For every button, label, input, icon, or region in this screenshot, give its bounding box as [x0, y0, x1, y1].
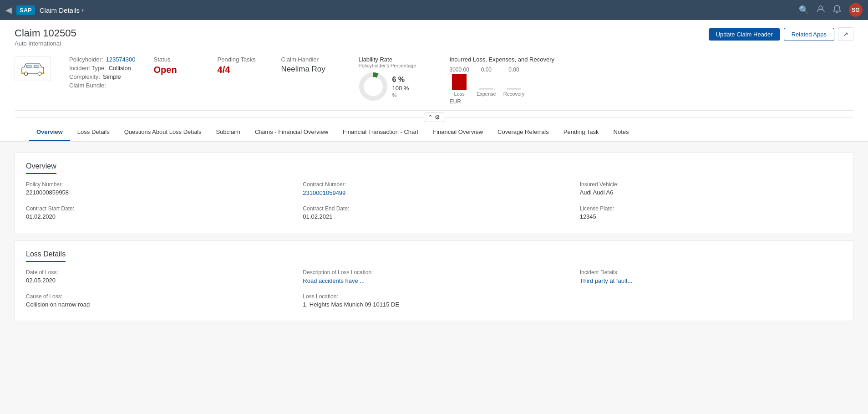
complexity-label: Complexity:	[69, 73, 100, 80]
overview-section-title: Overview	[26, 162, 56, 174]
field-label: Insured Vehicle:	[580, 181, 842, 188]
loss-details-section: Loss Details Date of Loss:02.05.2020Desc…	[15, 240, 853, 321]
search-icon[interactable]: 🔍	[799, 5, 809, 15]
collapse-up-icon: ⌃	[428, 114, 433, 121]
expense-label: Expense	[477, 91, 496, 97]
field-label: Cause of Loss:	[26, 293, 288, 300]
field-value: 1, Heights Mas Munich 09 10115 DE	[303, 301, 565, 308]
policyholder-label: Policyholder:	[69, 56, 103, 63]
user-settings-icon[interactable]	[816, 5, 825, 16]
status-block: Status Open	[154, 56, 199, 75]
liability-total: 100 %	[392, 85, 409, 92]
svg-rect-6	[27, 65, 32, 67]
header-actions: Update Claim Header Related Apps ↗	[709, 27, 853, 41]
pending-tasks-value: 4/4	[218, 65, 263, 75]
claim-title-block: Claim 102505 Auto International	[15, 27, 76, 47]
recovery-value: 0.00	[508, 66, 519, 73]
notifications-icon[interactable]	[832, 5, 842, 16]
tab-claims-financial[interactable]: Claims - Financial Overview	[248, 124, 335, 141]
liability-percentage: 6 %	[392, 76, 409, 84]
field-block: Loss Location:1, Heights Mas Munich 09 1…	[303, 293, 565, 308]
tab-coverage-referrals[interactable]: Coverage Referrals	[490, 124, 556, 141]
bundle-label: Claim Bundle:	[69, 82, 106, 89]
tab-financial-transaction-chart[interactable]: Financial Transaction - Chart	[335, 124, 426, 141]
field-block: Date of Loss:02.05.2020	[26, 269, 288, 284]
topnav-actions: 🔍 SG	[799, 3, 863, 17]
field-value: 2210000859958	[26, 189, 288, 196]
field-value: 12345	[580, 213, 842, 220]
field-label: Date of Loss:	[26, 269, 288, 276]
incident-value: Collision	[109, 65, 131, 72]
field-label: Loss Location:	[303, 293, 565, 300]
tab-financial-overview[interactable]: Financial Overview	[426, 124, 490, 141]
field-value[interactable]: Road accidents have ...	[303, 277, 365, 284]
svg-rect-7	[34, 65, 39, 67]
field-label: Contract End Date:	[303, 205, 565, 212]
donut-chart	[359, 72, 388, 101]
pending-tasks-block: Pending Tasks 4/4	[218, 56, 263, 75]
loss-label: Loss	[454, 91, 465, 97]
field-label: Incident Details:	[580, 269, 842, 276]
update-claim-header-button[interactable]: Update Claim Header	[709, 28, 780, 41]
claim-vehicle-icon	[15, 56, 51, 81]
field-block: Insured Vehicle:Audi Audi A6	[580, 181, 842, 196]
top-navigation: ◀ SAP Claim Details ▾ 🔍 SG	[0, 0, 868, 20]
external-link-button[interactable]: ↗	[838, 27, 853, 41]
loss-section-title: Loss Details	[26, 250, 66, 262]
incurred-title: Incurred Loss, Expenses, and Recovery	[450, 56, 555, 63]
policyholder-value[interactable]: 123574300	[106, 56, 135, 63]
tab-loss-details[interactable]: Loss Details	[70, 124, 117, 141]
collapse-handle: ⌃ ⚙	[15, 110, 853, 124]
handler-value: Neelima Roy	[281, 65, 340, 74]
policyholder-info: Policyholder: 123574300 Incident Type: C…	[69, 56, 136, 89]
field-label: Description of Loss Location:	[303, 269, 565, 276]
field-value: 01.02.2021	[303, 213, 565, 220]
tab-questions[interactable]: Questions About Loss Details	[117, 124, 209, 141]
tab-overview[interactable]: Overview	[29, 124, 70, 141]
avatar[interactable]: SG	[849, 3, 863, 17]
incurred-block: Incurred Loss, Expenses, and Recovery 30…	[450, 56, 555, 105]
loss-bar-col: 3000.00 Loss	[450, 66, 469, 97]
field-label: Policy Number:	[26, 181, 288, 188]
field-block: Policy Number:2210000859958	[26, 181, 288, 196]
tabs-bar: OverviewLoss DetailsQuestions About Loss…	[15, 124, 853, 141]
field-block: Contract End Date:01.02.2021	[303, 205, 565, 220]
title-chevron-icon: ▾	[81, 8, 84, 13]
svg-point-5	[38, 72, 41, 76]
related-apps-button[interactable]: Related Apps	[784, 28, 834, 41]
complexity-value: Simple	[103, 73, 121, 80]
incurred-currency: EUR	[450, 98, 555, 105]
tab-pending-task[interactable]: Pending Task	[556, 124, 606, 141]
field-label: Contract Start Date:	[26, 205, 288, 212]
main-content: Overview Policy Number:2210000859958Cont…	[0, 142, 868, 339]
back-button[interactable]: ◀	[5, 5, 12, 15]
donut-chart-wrapper: 6 % 100 % %	[359, 72, 431, 101]
donut-labels: 6 % 100 % %	[392, 76, 409, 98]
field-label: Contract Number:	[303, 181, 565, 188]
field-block: License Plate:12345	[580, 205, 842, 220]
liability-subtitle: Policyholder's Percentage	[359, 63, 431, 68]
field-value: Audi Audi A6	[580, 189, 842, 196]
overview-fields-grid: Policy Number:2210000859958Contract Numb…	[26, 181, 842, 220]
claim-title: Claim 102505	[15, 27, 76, 39]
incident-label: Incident Type:	[69, 65, 106, 72]
settings-icon: ⚙	[435, 114, 440, 121]
field-value[interactable]: Third party at fault...	[580, 277, 633, 284]
page-header: Claim 102505 Auto International Update C…	[0, 20, 868, 142]
tab-subclaim[interactable]: Subclaim	[208, 124, 247, 141]
svg-point-8	[361, 75, 385, 98]
tab-notes[interactable]: Notes	[606, 124, 636, 141]
svg-point-4	[24, 72, 28, 76]
claim-info-bar: Policyholder: 123574300 Incident Type: C…	[15, 49, 853, 110]
incurred-bars: 3000.00 Loss 0.00 Expense 0.00 Recovery	[450, 66, 555, 97]
field-value[interactable]: 2310001059499	[303, 189, 345, 196]
field-value: Collision on narrow road	[26, 301, 288, 308]
liability-unit: %	[392, 92, 409, 98]
recovery-label: Recovery	[503, 91, 524, 97]
claim-subtitle: Auto International	[15, 40, 76, 47]
collapse-button[interactable]: ⌃ ⚙	[424, 112, 444, 122]
field-block	[580, 293, 842, 308]
expense-bar	[479, 88, 493, 90]
loss-value: 3000.00	[450, 66, 469, 73]
sap-logo[interactable]: SAP	[16, 5, 35, 15]
